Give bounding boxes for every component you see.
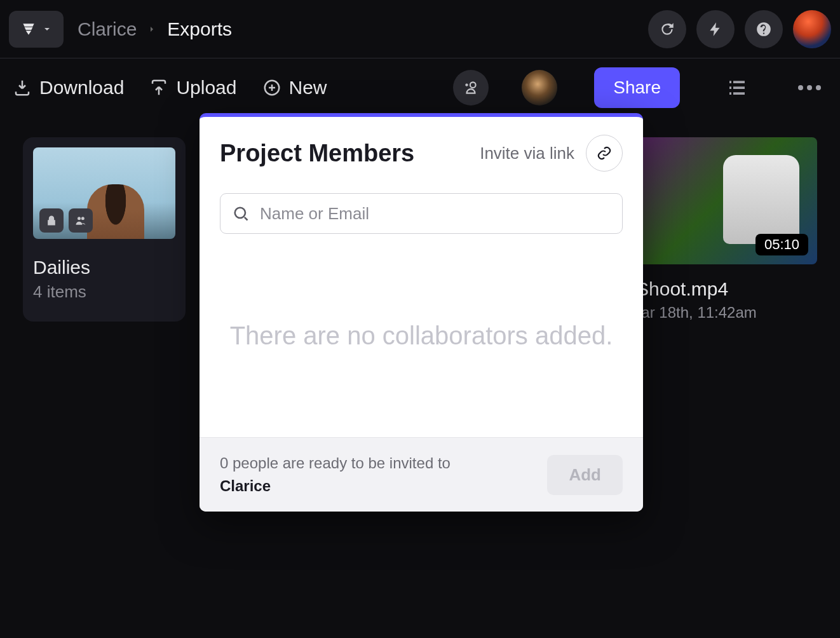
app-header: Clarice Exports (0, 0, 840, 58)
modal-header: Project Members Invite via link (200, 117, 643, 183)
invite-summary-prefix: 0 people are ready to be invited to (220, 454, 450, 472)
lock-icon (45, 214, 58, 227)
app-logo-icon (20, 21, 37, 37)
group-icon (74, 214, 87, 227)
chevron-right-icon (147, 24, 157, 34)
action-toolbar: Download Upload New Share (0, 58, 840, 117)
download-label: Download (39, 77, 124, 98)
view-list-button[interactable] (723, 74, 751, 102)
member-search-field[interactable] (220, 193, 623, 234)
chevron-down-icon (42, 24, 52, 34)
member-search-input[interactable] (260, 204, 611, 224)
bolt-icon (707, 21, 724, 37)
invite-summary: 0 people are ready to be invited to Clar… (220, 452, 450, 498)
upload-label: Upload (176, 77, 236, 98)
modal-title: Project Members (220, 140, 414, 167)
add-user-icon (463, 79, 479, 96)
svg-point-1 (235, 208, 245, 218)
user-avatar[interactable] (793, 10, 831, 48)
download-button[interactable]: Download (13, 77, 124, 98)
folder-subtitle: 4 items (33, 282, 175, 302)
folder-card[interactable]: Dailies 4 items (23, 137, 186, 322)
search-icon (232, 205, 250, 222)
add-user-button[interactable] (453, 70, 489, 105)
dot-icon (816, 85, 821, 90)
video-duration: 05:10 (755, 234, 808, 255)
modal-body: There are no collaborators added. (200, 234, 643, 437)
link-icon (597, 146, 612, 161)
add-button[interactable]: Add (547, 455, 623, 495)
copy-link-button[interactable] (586, 135, 623, 172)
refresh-button[interactable] (648, 10, 686, 48)
invite-link-group: Invite via link (480, 135, 623, 172)
collaborator-avatar[interactable] (522, 70, 557, 105)
invite-summary-project: Clarice (220, 475, 450, 498)
video-title: a Shoot.mp4 (620, 278, 817, 300)
group-badge (69, 208, 93, 233)
plus-circle-icon (262, 78, 281, 97)
video-card[interactable]: 05:10 a Shoot.mp4 · Mar 18th, 11:42am (620, 137, 817, 322)
modal-footer: 0 people are ready to be invited to Clar… (200, 437, 643, 512)
dot-icon (798, 85, 803, 90)
folder-thumbnail (33, 147, 175, 239)
download-icon (13, 78, 32, 97)
list-icon (726, 76, 749, 99)
more-button[interactable] (792, 79, 827, 97)
lock-badge (39, 208, 64, 233)
video-thumbnail: 05:10 (620, 137, 817, 264)
new-label: New (289, 77, 327, 98)
breadcrumb-exports[interactable]: Exports (167, 18, 232, 40)
upload-icon (149, 78, 168, 97)
dot-icon (807, 85, 812, 90)
invite-via-link-button[interactable]: Invite via link (480, 144, 574, 163)
breadcrumb: Clarice Exports (78, 18, 232, 40)
help-button[interactable] (745, 10, 783, 48)
video-meta: · Mar 18th, 11:42am (620, 304, 817, 322)
folder-title: Dailies (33, 257, 175, 278)
new-button[interactable]: New (262, 77, 327, 98)
app-menu-button[interactable] (9, 11, 64, 48)
help-icon (755, 21, 772, 37)
project-members-modal: Project Members Invite via link There ar… (200, 113, 643, 512)
refresh-icon (659, 21, 675, 37)
upload-button[interactable]: Upload (149, 77, 236, 98)
empty-state-text: There are no collaborators added. (230, 318, 613, 353)
activity-button[interactable] (696, 10, 735, 48)
share-button[interactable]: Share (594, 67, 680, 108)
breadcrumb-clarice[interactable]: Clarice (78, 18, 137, 40)
